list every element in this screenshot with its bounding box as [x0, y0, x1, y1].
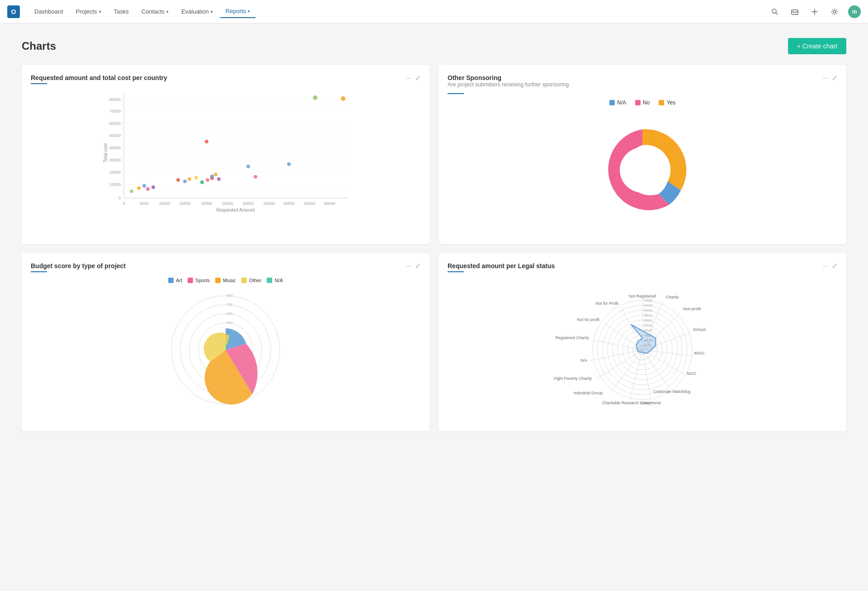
- radar-chart-title: Requested amount per Legal status: [448, 262, 555, 269]
- svg-text:70000: 70000: [109, 109, 121, 113]
- svg-text:40000: 40000: [644, 309, 653, 312]
- more-options-icon[interactable]: ···: [406, 74, 411, 81]
- polar-legend-sports: Sports: [188, 278, 210, 283]
- svg-point-41: [146, 187, 150, 191]
- scatter-svg: Total cost 10000 20000 30000 40000 50000: [31, 90, 420, 216]
- polar-art-label: Art: [176, 278, 182, 283]
- page-title: Charts: [22, 40, 56, 52]
- svg-text:Not for profit: Not for profit: [577, 317, 599, 322]
- svg-text:Charity: Charity: [666, 295, 679, 299]
- svg-text:Non-profit: Non-profit: [683, 307, 701, 311]
- settings-icon[interactable]: [828, 5, 841, 18]
- svg-point-5: [834, 10, 836, 13]
- polar-art-dot: [168, 278, 174, 283]
- nav-reports[interactable]: Reports ▾: [220, 5, 256, 18]
- polar-music-dot: [215, 278, 221, 283]
- polar-legend: Art Sports Music Other: [168, 278, 283, 283]
- svg-point-40: [142, 184, 146, 188]
- radar-svg: 5000 10000 15000 20000 25000 30000 35000…: [529, 278, 755, 422]
- search-icon[interactable]: [769, 5, 781, 18]
- page-header: Charts + Create chart: [22, 38, 846, 54]
- polar-svg: 300 400 500 600 700 800: [153, 287, 298, 409]
- nav-tasks[interactable]: Tasks: [108, 5, 134, 18]
- donut-chart-actions: ··· ⤢: [823, 74, 837, 81]
- user-avatar[interactable]: m: [848, 5, 861, 18]
- polar-divider: [31, 271, 47, 272]
- svg-text:500: 500: [226, 321, 233, 325]
- radar-chart-card: Requested amount per Legal status ··· ⤢: [439, 253, 846, 431]
- svg-text:30000: 30000: [644, 319, 653, 322]
- svg-point-52: [214, 173, 217, 176]
- more-options-icon[interactable]: ···: [823, 74, 828, 81]
- svg-text:Total cost: Total cost: [103, 143, 108, 162]
- more-options-icon[interactable]: ···: [823, 262, 828, 269]
- more-options-icon[interactable]: ···: [406, 262, 411, 269]
- polar-legend-music: Music: [215, 278, 236, 283]
- donut-svg: [579, 111, 706, 229]
- svg-text:0: 0: [123, 201, 125, 206]
- legend-na-label: N/A: [617, 99, 626, 106]
- donut-chart-title: Other Sponsoring: [448, 74, 569, 81]
- nav-evaluation[interactable]: Evaluation ▾: [176, 5, 218, 18]
- svg-point-48: [206, 178, 209, 182]
- expand-icon[interactable]: ⤢: [832, 74, 837, 81]
- legend-no-dot: [635, 100, 641, 105]
- svg-text:N/A: N/A: [580, 358, 587, 363]
- svg-point-57: [313, 95, 317, 100]
- svg-point-50: [217, 177, 221, 181]
- polar-music-label: Music: [223, 278, 236, 283]
- svg-text:40000: 40000: [283, 201, 294, 206]
- nav-items: Dashboard Projects ▾ Tasks Contacts ▾ Ev…: [29, 5, 769, 18]
- svg-text:25000: 25000: [222, 201, 233, 206]
- donut-chart-card: Other Sponsoring Are project submitters …: [439, 65, 846, 244]
- svg-text:35000: 35000: [263, 201, 274, 206]
- svg-text:NGO: NGO: [687, 371, 696, 376]
- donut-legend: N/A No Yes: [609, 99, 675, 106]
- expand-icon[interactable]: ⤢: [832, 262, 837, 269]
- radar-chart-header: Requested amount per Legal status ··· ⤢: [448, 262, 837, 269]
- svg-point-43: [176, 178, 180, 182]
- svg-text:30000: 30000: [242, 201, 254, 206]
- polar-legend-other: Other: [241, 278, 262, 283]
- svg-text:20000: 20000: [109, 170, 121, 175]
- legend-yes-label: Yes: [666, 99, 675, 106]
- svg-text:Fight Poverty Charity: Fight Poverty Charity: [554, 376, 592, 381]
- svg-point-39: [137, 186, 141, 190]
- scatter-chart-actions: ··· ⤢: [406, 74, 420, 81]
- inbox-icon[interactable]: [788, 5, 801, 18]
- expand-icon[interactable]: ⤢: [415, 262, 420, 269]
- create-chart-button[interactable]: + Create chart: [788, 38, 846, 54]
- svg-text:Industrial Group: Industrial Group: [574, 391, 603, 395]
- svg-text:30000: 30000: [109, 158, 121, 162]
- scatter-chart-header: Requested amount and total cost per coun…: [31, 74, 420, 81]
- svg-line-103: [611, 350, 642, 392]
- nav-projects[interactable]: Projects ▾: [71, 5, 107, 18]
- main-content: Charts + Create chart Requested amount a…: [0, 24, 868, 446]
- svg-text:15000: 15000: [179, 201, 190, 206]
- polar-chart-actions: ··· ⤢: [406, 262, 420, 269]
- svg-line-99: [642, 350, 685, 375]
- charts-grid: Requested amount and total cost per coun…: [22, 65, 846, 431]
- polar-chart-title: Budget score by type of project: [31, 262, 126, 269]
- polar-legend-na: N/A: [267, 278, 283, 283]
- polar-chart-card: Budget score by type of project ··· ⤢ Ar…: [22, 253, 429, 431]
- polar-chart-header: Budget score by type of project ··· ⤢: [31, 262, 420, 269]
- donut-container: N/A No Yes: [448, 99, 837, 235]
- svg-point-51: [210, 175, 214, 178]
- nav-contacts[interactable]: Contacts ▾: [136, 5, 174, 18]
- svg-text:80000: 80000: [109, 97, 121, 102]
- nav-dashboard[interactable]: Dashboard: [29, 5, 69, 18]
- svg-point-59: [620, 147, 665, 193]
- svg-point-58: [341, 96, 345, 101]
- polar-other-dot: [241, 278, 247, 283]
- svg-text:School: School: [693, 327, 706, 332]
- svg-text:20000: 20000: [201, 201, 212, 206]
- expand-icon[interactable]: ⤢: [415, 74, 420, 81]
- svg-point-56: [287, 162, 291, 166]
- svg-line-1: [776, 13, 778, 14]
- svg-text:45000: 45000: [304, 201, 315, 206]
- chevron-down-icon: ▾: [99, 9, 101, 14]
- scatter-chart-card: Requested amount and total cost per coun…: [22, 65, 429, 244]
- svg-text:10000: 10000: [159, 201, 170, 206]
- add-icon[interactable]: [808, 5, 821, 18]
